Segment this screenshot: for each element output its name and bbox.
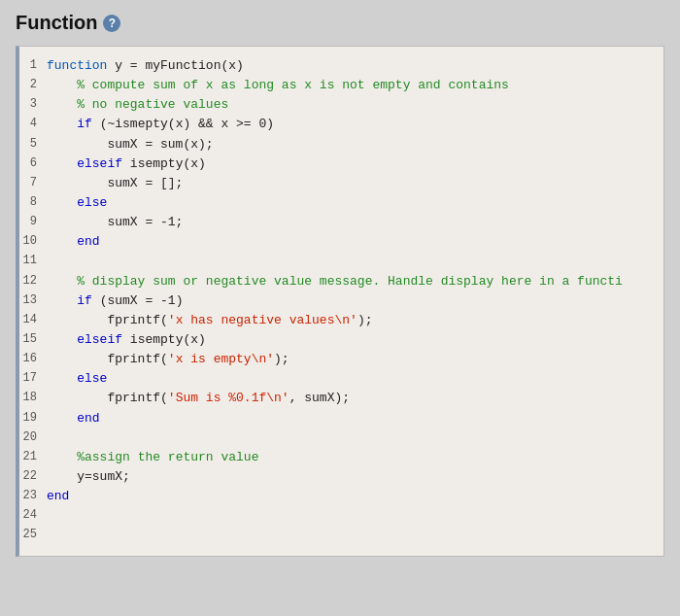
- code-line-21: 21 %assign the return value: [19, 448, 663, 467]
- line-content-12: % display sum or negative value message.…: [47, 272, 623, 291]
- line-content-2: % compute sum of x as long as x is not e…: [47, 76, 509, 95]
- line-num-20: 20: [19, 428, 47, 447]
- code-line-7: 7 sumX = [];: [19, 174, 663, 193]
- line-content-25: [47, 526, 54, 545]
- line-num-9: 9: [19, 213, 47, 231]
- code-line-19: 19 end: [19, 409, 663, 428]
- line-num-23: 23: [19, 487, 47, 505]
- line-num-5: 5: [19, 135, 47, 154]
- code-line-23: 23 end: [19, 487, 663, 506]
- code-line-10: 10 end: [19, 232, 663, 252]
- code-line-24: 24: [19, 506, 663, 526]
- line-num-18: 18: [19, 389, 47, 407]
- line-content-1: function y = myFunction(x): [47, 56, 244, 76]
- code-editor: 1 function y = myFunction(x) 2 % compute…: [16, 46, 664, 557]
- code-line-4: 4 if (~ismepty(x) && x >= 0): [19, 115, 663, 134]
- line-num-11: 11: [19, 252, 47, 270]
- line-num-7: 7: [19, 174, 47, 192]
- line-num-8: 8: [19, 193, 47, 212]
- line-num-12: 12: [19, 272, 47, 291]
- line-num-15: 15: [19, 330, 47, 349]
- line-num-14: 14: [19, 311, 47, 329]
- line-num-13: 13: [19, 291, 47, 310]
- line-num-17: 17: [19, 369, 47, 388]
- code-line-12: 12 % display sum or negative value messa…: [19, 272, 663, 291]
- help-icon[interactable]: ?: [103, 15, 120, 32]
- line-num-16: 16: [19, 350, 47, 368]
- code-line-14: 14 fprintf('x has negative values\n');: [19, 311, 663, 330]
- code-line-22: 22 y=sumX;: [19, 467, 663, 487]
- page-title: Function: [16, 12, 97, 34]
- code-line-11: 11: [19, 252, 663, 271]
- line-content-10: end: [47, 232, 100, 252]
- line-content-9: sumX = -1;: [47, 213, 183, 232]
- code-line-15: 15 elseif isempty(x): [19, 330, 663, 350]
- line-num-19: 19: [19, 409, 47, 428]
- code-line-3: 3 % no negative values: [19, 95, 663, 115]
- line-content-17: else: [47, 369, 107, 389]
- line-content-11: [47, 252, 54, 271]
- line-num-21: 21: [19, 448, 47, 466]
- line-content-24: [47, 506, 54, 526]
- code-line-17: 17 else: [19, 369, 663, 389]
- line-content-20: [47, 428, 54, 448]
- line-content-4: if (~ismepty(x) && x >= 0): [47, 115, 274, 134]
- line-num-1: 1: [19, 56, 47, 75]
- line-content-3: % no negative values: [47, 95, 228, 115]
- code-line-6: 6 elseif isempty(x): [19, 154, 663, 174]
- code-line-8: 8 else: [19, 193, 663, 213]
- line-content-15: elseif isempty(x): [47, 330, 206, 350]
- code-line-9: 9 sumX = -1;: [19, 213, 663, 232]
- line-num-4: 4: [19, 115, 47, 133]
- line-num-22: 22: [19, 467, 47, 486]
- line-num-10: 10: [19, 232, 47, 251]
- code-line-13: 13 if (sumX = -1): [19, 291, 663, 311]
- line-content-18: fprintf('Sum is %0.1f\n', sumX);: [47, 389, 350, 408]
- line-num-24: 24: [19, 506, 47, 525]
- line-content-21: %assign the return value: [47, 448, 258, 467]
- line-content-14: fprintf('x has negative values\n');: [47, 311, 372, 330]
- line-content-23: end: [47, 487, 69, 506]
- code-line-25: 25: [19, 526, 663, 545]
- code-line-18: 18 fprintf('Sum is %0.1f\n', sumX);: [19, 389, 663, 408]
- line-content-8: else: [47, 193, 107, 213]
- line-content-7: sumX = [];: [47, 174, 183, 193]
- code-line-1: 1 function y = myFunction(x): [19, 56, 663, 76]
- line-content-22: y=sumX;: [47, 467, 130, 487]
- line-content-19: end: [47, 409, 100, 428]
- line-content-13: if (sumX = -1): [47, 291, 183, 311]
- code-line-5: 5 sumX = sum(x);: [19, 135, 663, 154]
- line-num-3: 3: [19, 95, 47, 114]
- code-line-20: 20: [19, 428, 663, 448]
- line-content-5: sumX = sum(x);: [47, 135, 214, 154]
- code-line-16: 16 fprintf('x is empty\n');: [19, 350, 663, 369]
- line-num-25: 25: [19, 526, 47, 544]
- line-content-6: elseif isempty(x): [47, 154, 206, 174]
- line-content-16: fprintf('x is empty\n');: [47, 350, 289, 369]
- line-num-6: 6: [19, 154, 47, 173]
- line-num-2: 2: [19, 76, 47, 94]
- code-line-2: 2 % compute sum of x as long as x is not…: [19, 76, 663, 95]
